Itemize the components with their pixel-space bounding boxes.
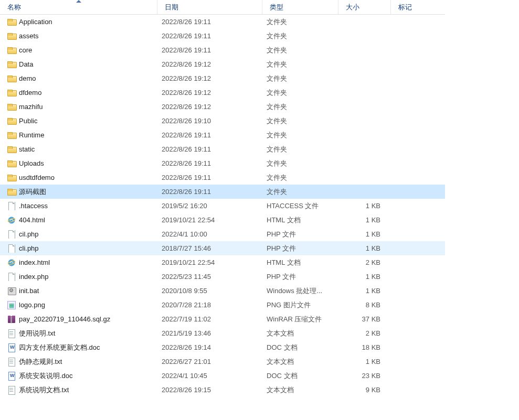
file-type: 文本文档 xyxy=(262,329,338,338)
file-icon xyxy=(7,230,16,239)
file-row[interactable]: 伪静态规则.txt 2022/6/27 21:01 文本文档 1 KB xyxy=(0,354,445,369)
archive-file-icon xyxy=(7,315,16,324)
html-file-icon xyxy=(7,259,16,267)
file-row[interactable]: cil.php 2022/4/1 10:00 PHP 文件 1 KB xyxy=(0,227,445,241)
file-date: 2022/7/19 11:02 xyxy=(157,315,262,323)
file-date: 2022/8/26 19:11 xyxy=(157,145,262,153)
file-date: 2019/5/2 16:20 xyxy=(157,202,262,210)
file-row[interactable]: demo 2022/8/26 19:12 文件夹 xyxy=(0,71,445,85)
column-header-name[interactable]: 名称 xyxy=(0,0,157,14)
file-type: 文件夹 xyxy=(262,187,338,197)
file-row[interactable]: Uploads 2022/8/26 19:11 文件夹 xyxy=(0,156,445,170)
file-name: index.html xyxy=(19,259,50,266)
file-size: 18 KB xyxy=(338,343,391,351)
file-date: 2020/10/8 9:55 xyxy=(157,287,262,295)
folder-icon xyxy=(7,145,16,154)
file-icon xyxy=(7,202,16,210)
file-date: 2021/5/19 13:46 xyxy=(157,329,262,337)
file-name: cli.php xyxy=(19,244,39,252)
folder-icon xyxy=(7,89,16,97)
doc-file-icon xyxy=(7,372,16,380)
file-date: 2022/8/26 19:12 xyxy=(157,60,262,68)
doc-file-icon xyxy=(7,343,16,352)
file-row[interactable]: index.html 2019/10/21 22:54 HTML 文档 2 KB xyxy=(0,255,445,270)
file-name: 四方支付系统更新文档.doc xyxy=(19,343,100,352)
file-type: Windows 批处理... xyxy=(262,286,338,296)
file-date: 2022/4/1 10:45 xyxy=(157,372,262,380)
file-row[interactable]: Runtime 2022/8/26 19:11 文件夹 xyxy=(0,128,445,142)
file-name: mazhifu xyxy=(19,103,43,111)
file-row[interactable]: mazhifu 2022/8/26 19:12 文件夹 xyxy=(0,100,445,114)
file-type: 文件夹 xyxy=(262,173,338,182)
file-icon xyxy=(7,244,16,253)
file-type: 文件夹 xyxy=(262,31,338,41)
file-row[interactable]: usdtdfdemo 2022/8/26 19:11 文件夹 xyxy=(0,170,445,185)
file-date: 2022/8/26 19:10 xyxy=(157,117,262,125)
folder-icon xyxy=(7,18,16,26)
file-date: 2019/10/21 22:54 xyxy=(157,259,262,266)
column-header-date[interactable]: 日期 xyxy=(157,0,262,14)
column-header-name-label: 名称 xyxy=(7,3,21,12)
file-name: index.php xyxy=(19,273,48,281)
file-name: static xyxy=(19,145,35,153)
file-row[interactable]: Application 2022/8/26 19:11 文件夹 xyxy=(0,15,445,29)
file-row[interactable]: 四方支付系统更新文档.doc 2022/8/26 19:14 DOC 文档 18… xyxy=(0,340,445,354)
file-row[interactable]: cli.php 2018/7/27 15:46 PHP 文件 1 KB xyxy=(0,241,445,255)
file-date: 2019/10/21 22:54 xyxy=(157,216,262,224)
file-date: 2022/5/23 11:45 xyxy=(157,273,262,281)
file-name: core xyxy=(19,46,32,54)
file-name: 伪静态规则.txt xyxy=(19,357,62,367)
file-name: 系统安装说明.doc xyxy=(19,371,73,381)
file-row[interactable]: pay_20220719_110446.sql.gz 2022/7/19 11:… xyxy=(0,312,445,326)
file-type: HTML 文档 xyxy=(262,258,338,267)
file-type: HTML 文档 xyxy=(262,216,338,225)
folder-icon xyxy=(7,117,16,125)
file-row[interactable]: 使用说明.txt 2021/5/19 13:46 文本文档 2 KB xyxy=(0,326,445,340)
column-header-type[interactable]: 类型 xyxy=(262,0,338,14)
file-name: 404.html xyxy=(19,216,45,224)
file-row[interactable]: 源码截图 2022/8/26 19:11 文件夹 xyxy=(0,185,445,199)
file-row[interactable]: static 2022/8/26 19:11 文件夹 xyxy=(0,142,445,156)
file-date: 2022/8/26 19:11 xyxy=(157,159,262,167)
column-header-size[interactable]: 大小 xyxy=(338,0,391,14)
column-header-tags-label: 标记 xyxy=(398,3,412,12)
file-size: 1 KB xyxy=(338,230,391,238)
file-date: 2022/8/26 19:11 xyxy=(157,46,262,54)
column-header-row: 名称 日期 类型 大小 标记 xyxy=(0,0,445,15)
folder-icon xyxy=(7,60,16,69)
folder-icon xyxy=(7,131,16,139)
folder-icon xyxy=(7,46,16,55)
file-row[interactable]: 404.html 2019/10/21 22:54 HTML 文档 1 KB xyxy=(0,213,445,227)
file-row[interactable]: .htaccess 2019/5/2 16:20 HTACCESS 文件 1 K… xyxy=(0,199,445,213)
column-header-size-label: 大小 xyxy=(346,3,359,12)
file-type: DOC 文档 xyxy=(262,343,338,352)
file-row[interactable]: index.php 2022/5/23 11:45 PHP 文件 1 KB xyxy=(0,270,445,284)
file-name: Runtime xyxy=(19,131,44,139)
file-size: 23 KB xyxy=(338,372,391,380)
column-header-type-label: 类型 xyxy=(270,3,283,12)
file-row[interactable]: ▦ logo.png 2020/7/28 21:18 PNG 图片文件 8 KB xyxy=(0,298,445,312)
file-name: 源码截图 xyxy=(19,187,46,197)
file-date: 2022/8/26 19:12 xyxy=(157,89,262,96)
file-row[interactable]: assets 2022/8/26 19:11 文件夹 xyxy=(0,29,445,43)
text-file-icon xyxy=(7,329,16,338)
file-date: 2020/7/28 21:18 xyxy=(157,301,262,309)
file-row[interactable]: Data 2022/8/26 19:12 文件夹 xyxy=(0,57,445,71)
batch-file-icon xyxy=(7,287,16,295)
column-header-tags[interactable]: 标记 xyxy=(391,0,445,14)
folder-icon xyxy=(7,74,16,83)
file-row[interactable]: Public 2022/8/26 19:10 文件夹 xyxy=(0,114,445,128)
file-type: WinRAR 压缩文件 xyxy=(262,315,338,324)
file-row[interactable]: 系统说明文档.txt 2022/8/26 19:15 文本文档 9 KB xyxy=(0,383,445,397)
file-size: 2 KB xyxy=(338,329,391,337)
file-row[interactable]: dfdemo 2022/8/26 19:12 文件夹 xyxy=(0,85,445,100)
file-name: demo xyxy=(19,74,36,82)
file-list: Application 2022/8/26 19:11 文件夹 assets 2… xyxy=(0,15,445,397)
text-file-icon xyxy=(7,386,16,394)
file-row[interactable]: init.bat 2020/10/8 9:55 Windows 批处理... 1… xyxy=(0,284,445,298)
file-row[interactable]: core 2022/8/26 19:11 文件夹 xyxy=(0,43,445,57)
file-type: 文件夹 xyxy=(262,116,338,126)
file-row[interactable]: 系统安装说明.doc 2022/4/1 10:45 DOC 文档 23 KB xyxy=(0,369,445,383)
file-size: 1 KB xyxy=(338,273,391,281)
file-name: 使用说明.txt xyxy=(19,329,55,338)
